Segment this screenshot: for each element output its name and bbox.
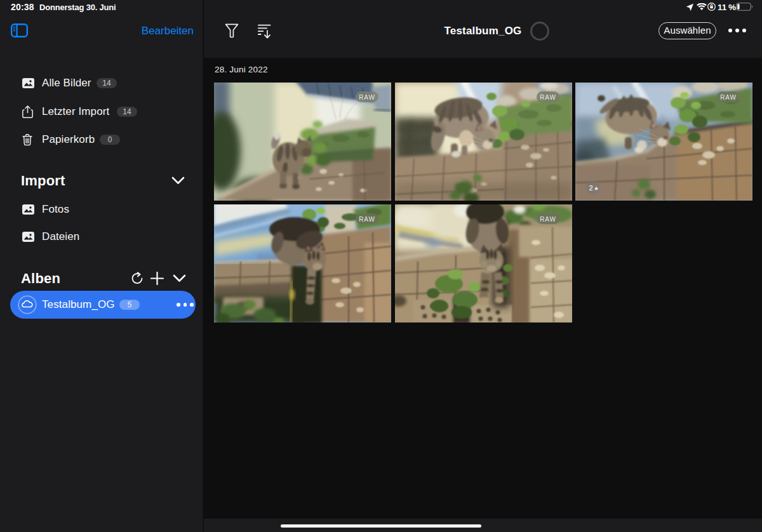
svg-text:RAW: RAW [720,94,736,101]
svg-text:RAW: RAW [540,94,556,101]
svg-text:RAW: RAW [540,216,556,223]
svg-text:RAW: RAW [359,216,375,223]
svg-text:2: 2 [589,184,592,192]
svg-text:★: ★ [594,185,599,192]
svg-text:RAW: RAW [359,94,375,101]
